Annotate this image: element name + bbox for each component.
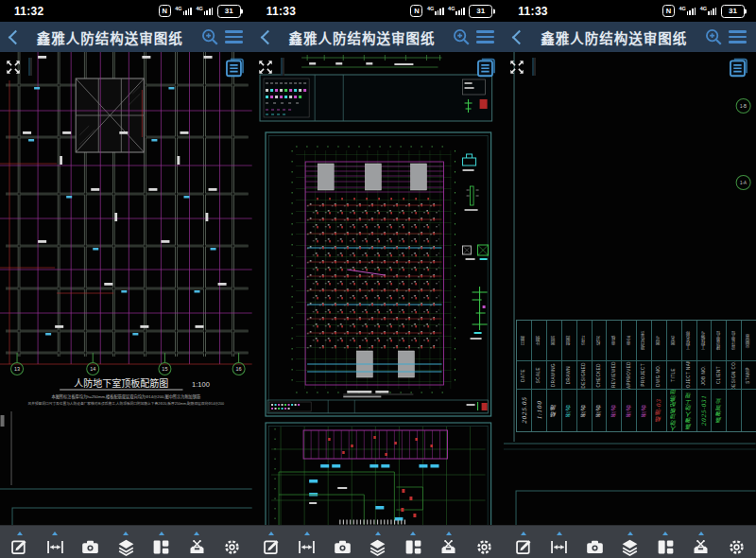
battery-icon: 31 (217, 5, 241, 18)
titleblock-column: 项目负责PROJECT签名 (637, 321, 652, 431)
lower-sheet-edges (504, 444, 756, 525)
photo-button[interactable] (580, 526, 609, 558)
search-zoom-icon[interactable] (199, 26, 220, 47)
titleblock-column: 校对CHECKED签名 (593, 321, 608, 431)
view-indicator-bars (281, 59, 300, 76)
toolbox-icon (187, 537, 207, 557)
menu-icon[interactable] (729, 30, 747, 44)
fullscreen-icon[interactable] (508, 59, 525, 76)
title-bar: 鑫雅人防结构送审图纸 (0, 22, 252, 52)
toolbox-button[interactable] (182, 526, 211, 558)
titleblock-column: 图号DWG NO.结施-03 (652, 321, 667, 431)
svg-text:本图所标注板厚均为h=250mm,楼板配筋双层双向均为Φ14: 本图所标注板厚均为h=250mm,楼板配筋双层双向均为Φ14@200,图中所示为… (51, 393, 200, 400)
layers-icon (116, 537, 136, 557)
titleblock-column: 图别DRAWING结施 (547, 321, 562, 431)
back-icon[interactable] (9, 29, 24, 44)
panel-2: 11:33 N 4G 4G 31 鑫雅人防结构送审图纸 (252, 0, 505, 558)
bottom-toolbar (0, 525, 252, 558)
edit-icon (514, 537, 534, 557)
edit-button[interactable] (509, 526, 538, 558)
edit-icon (9, 537, 29, 557)
toolbox-icon (438, 537, 458, 557)
toolbox-button[interactable] (435, 526, 463, 558)
layers-button[interactable] (112, 526, 140, 558)
layout-button[interactable] (399, 526, 427, 558)
layers-button[interactable] (364, 526, 392, 558)
signal-icon: 4G (427, 8, 444, 15)
menu-icon[interactable] (476, 30, 494, 44)
measure-button[interactable] (41, 526, 69, 558)
nfc-icon: N (410, 5, 422, 17)
back-icon[interactable] (260, 29, 275, 44)
search-zoom-icon[interactable] (703, 26, 724, 47)
titleblock-column: 日期DATE2025.05 (517, 321, 532, 431)
svg-text:16: 16 (236, 366, 242, 372)
measure-button[interactable] (293, 526, 321, 558)
layout-icon (151, 537, 171, 557)
settings-button[interactable] (218, 526, 247, 558)
measure-icon (297, 537, 317, 557)
caret-up-icon (557, 532, 562, 535)
panel-1: 11:32 N 4G 4G 31 鑫雅人防结构送审图纸 (0, 0, 252, 558)
caret-up-icon (698, 532, 704, 535)
layout-button[interactable] (651, 526, 679, 558)
view-indicator-bars (28, 59, 47, 76)
titleblock-column: 审定APPROVED签名 (622, 321, 637, 431)
photo-button[interactable] (328, 526, 356, 558)
fullscreen-icon[interactable] (5, 59, 22, 76)
pile-grid-plan (292, 147, 455, 392)
status-bar: 11:32 N 4G 4G 31 (0, 0, 252, 22)
menu-icon[interactable] (225, 30, 243, 44)
back-icon[interactable] (512, 29, 527, 44)
stairwell (76, 78, 144, 152)
layers-button[interactable] (616, 526, 644, 558)
detail-callouts-right (462, 154, 488, 340)
edit-icon (262, 537, 282, 557)
toolbox-icon (691, 537, 711, 557)
layers-icon (368, 537, 387, 557)
search-zoom-icon[interactable] (451, 26, 472, 47)
title-bar: 鑫雅人防结构送审图纸 (252, 22, 505, 52)
cad-drawing-sheet-overview[interactable] (252, 52, 505, 525)
status-bar: 11:33 N 4G 4G 31 (504, 0, 756, 22)
cad-viewport-2[interactable] (252, 52, 505, 525)
second-sheet (266, 423, 491, 525)
svg-text:14: 14 (90, 366, 95, 372)
settings-button[interactable] (722, 526, 750, 558)
edit-button[interactable] (6, 526, 34, 558)
sheet1-caption (343, 391, 413, 397)
sheet-list-icon[interactable] (474, 56, 498, 79)
measure-button[interactable] (545, 526, 574, 558)
caret-up-icon (375, 532, 381, 535)
battery-icon: 31 (469, 5, 492, 18)
titleblock-column: 比例SCALE1:100 (532, 321, 547, 431)
page-title: 鑫雅人防结构送审图纸 (278, 27, 447, 47)
caret-up-icon (52, 532, 58, 535)
svg-text:1-A: 1-A (740, 181, 747, 185)
photo-button[interactable] (77, 526, 105, 558)
camera-icon (333, 537, 352, 557)
edit-button[interactable] (257, 526, 285, 558)
caret-up-icon (194, 532, 199, 535)
cad-drawing-roof-plan[interactable]: 13 14 15 16 人防地下室顶板配筋图 1:100 本图所标注板厚均为h=… (0, 52, 252, 525)
sheet-list-icon[interactable] (727, 56, 750, 79)
cad-viewport-1[interactable]: 13 14 15 16 人防地下室顶板配筋图 1:100 本图所标注板厚均为h=… (0, 52, 252, 525)
cad-drawing-titleblock-sheet[interactable]: 1-B 1-A (504, 52, 756, 525)
titleblock-column: 建设单位CLIENT鑫雅置业 (712, 321, 727, 431)
clock: 11:33 (266, 5, 297, 18)
titleblock-column: 制图DRAWN签名 (562, 321, 577, 431)
gear-icon (727, 537, 747, 557)
view-indicator-bars (532, 59, 551, 76)
title-bar: 鑫雅人防结构送审图纸 (504, 22, 756, 52)
layout-icon (404, 537, 423, 557)
svg-text:1-B: 1-B (740, 104, 747, 109)
layout-button[interactable] (147, 526, 176, 558)
sheet-list-icon[interactable] (223, 56, 247, 79)
signal-icon: 4G (175, 8, 192, 15)
cad-viewport-3[interactable]: 1-B 1-A 日期DATE2025.05 比例SCALE1:100 图别DRA… (504, 52, 756, 525)
settings-button[interactable] (471, 526, 499, 558)
top-dimension-lines (301, 55, 441, 67)
toolbox-button[interactable] (687, 526, 715, 558)
fullscreen-icon[interactable] (257, 59, 274, 76)
titleblock-column: 设计DESIGNED签名 (577, 321, 593, 431)
